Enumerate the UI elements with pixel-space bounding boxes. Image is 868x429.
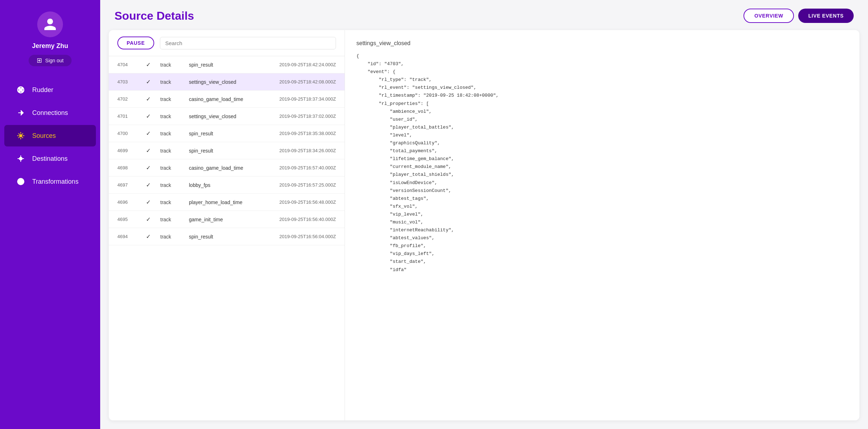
event-check: ✓ <box>146 164 160 171</box>
page-title: Source Details <box>114 9 194 23</box>
event-check: ✓ <box>146 96 160 102</box>
json-panel: settings_view_closed { "id": "4703", "ev… <box>345 30 859 420</box>
event-time: 2019-09-25T18:34:26.000Z <box>260 148 336 153</box>
sidebar-item-sources-label: Sources <box>32 132 56 140</box>
event-time: 2019-09-25T16:57:25.000Z <box>260 182 336 188</box>
table-row[interactable]: 4703✓tracksettings_view_closed2019-09-25… <box>109 73 345 91</box>
event-name: spin_result <box>189 234 260 240</box>
sidebar-item-destinations-label: Destinations <box>32 155 68 163</box>
event-name: spin_result <box>189 62 260 68</box>
event-type: track <box>160 79 189 85</box>
event-id: 4699 <box>117 148 146 153</box>
event-check: ✓ <box>146 182 160 188</box>
table-row[interactable]: 4699✓trackspin_result2019-09-25T18:34:26… <box>109 142 345 159</box>
event-check: ✓ <box>146 61 160 68</box>
table-row[interactable]: 4698✓trackcasino_game_load_time2019-09-2… <box>109 159 345 177</box>
signout-label: Sign out <box>45 58 63 63</box>
event-check: ✓ <box>146 78 160 85</box>
event-id: 4694 <box>117 234 146 239</box>
sidebar: Jeremy Zhu Sign out Rudder <box>0 0 100 429</box>
pause-button[interactable]: PAUSE <box>117 37 154 49</box>
event-type: track <box>160 234 189 240</box>
live-events-button[interactable]: LIVE EVENTS <box>798 9 854 23</box>
event-id: 4698 <box>117 165 146 170</box>
signout-icon <box>36 58 42 63</box>
event-type: track <box>160 96 189 102</box>
event-check: ✓ <box>146 233 160 240</box>
event-id: 4703 <box>117 79 146 85</box>
event-id: 4700 <box>117 131 146 136</box>
sidebar-item-connections-label: Connections <box>32 109 68 117</box>
event-check: ✓ <box>146 199 160 206</box>
event-type: track <box>160 182 189 188</box>
svg-point-4 <box>19 157 22 160</box>
event-name: settings_view_closed <box>189 114 260 119</box>
sidebar-item-transformations-label: Transformations <box>32 178 78 185</box>
header: Source Details OVERVIEW LIVE EVENTS <box>100 0 868 30</box>
event-id: 4697 <box>117 182 146 188</box>
event-time: 2019-09-25T16:57:40.000Z <box>260 165 336 170</box>
event-name: game_init_time <box>189 217 260 222</box>
table-row[interactable]: 4696✓trackplayer_home_load_time2019-09-2… <box>109 194 345 211</box>
event-id: 4702 <box>117 96 146 102</box>
search-input[interactable] <box>160 37 336 49</box>
content-area: PAUSE 4704✓trackspin_result2019-09-25T18… <box>109 30 859 420</box>
table-row[interactable]: 4702✓trackcasino_game_load_time2019-09-2… <box>109 91 345 108</box>
event-type: track <box>160 199 189 205</box>
table-row[interactable]: 4704✓trackspin_result2019-09-25T18:42:24… <box>109 56 345 73</box>
connections-icon <box>16 108 26 118</box>
events-panel: PAUSE 4704✓trackspin_result2019-09-25T18… <box>109 30 345 420</box>
event-name: spin_result <box>189 148 260 154</box>
signout-button[interactable]: Sign out <box>29 55 71 66</box>
event-time: 2019-09-25T18:42:08.000Z <box>260 79 336 85</box>
sources-icon <box>16 131 26 141</box>
event-name: settings_view_closed <box>189 79 260 85</box>
header-buttons: OVERVIEW LIVE EVENTS <box>743 9 854 23</box>
event-type: track <box>160 62 189 68</box>
sidebar-item-rudder-label: Rudder <box>32 86 53 94</box>
rudder-icon <box>16 85 26 95</box>
sidebar-item-rudder[interactable]: Rudder <box>4 79 96 101</box>
event-name: lobby_fps <box>189 182 260 188</box>
event-type: track <box>160 131 189 136</box>
event-id: 4695 <box>117 217 146 222</box>
event-time: 2019-09-25T16:56:04.000Z <box>260 234 336 239</box>
event-type: track <box>160 148 189 154</box>
overview-button[interactable]: OVERVIEW <box>743 9 794 23</box>
event-time: 2019-09-25T16:56:40.000Z <box>260 217 336 222</box>
event-type: track <box>160 165 189 171</box>
event-check: ✓ <box>146 147 160 154</box>
event-check: ✓ <box>146 130 160 137</box>
event-time: 2019-09-25T18:37:34.000Z <box>260 96 336 102</box>
sidebar-item-sources[interactable]: Sources <box>4 125 96 146</box>
table-row[interactable]: 4697✓tracklobby_fps2019-09-25T16:57:25.0… <box>109 177 345 194</box>
username: Jeremy Zhu <box>32 42 68 50</box>
event-name: player_home_load_time <box>189 199 260 205</box>
event-check: ✓ <box>146 216 160 223</box>
table-row[interactable]: 4700✓trackspin_result2019-09-25T18:35:38… <box>109 125 345 142</box>
sidebar-item-connections[interactable]: Connections <box>4 102 96 124</box>
event-type: track <box>160 217 189 222</box>
table-row[interactable]: 4694✓trackspin_result2019-09-25T16:56:04… <box>109 228 345 245</box>
event-check: ✓ <box>146 113 160 120</box>
event-time: 2019-09-25T18:42:24.000Z <box>260 62 336 67</box>
sidebar-item-destinations[interactable]: Destinations <box>4 148 96 169</box>
event-id: 4701 <box>117 114 146 119</box>
sidebar-item-transformations[interactable]: Transformations <box>4 171 96 192</box>
json-event-name: settings_view_closed <box>356 40 848 47</box>
table-row[interactable]: 4701✓tracksettings_view_closed2019-09-25… <box>109 108 345 125</box>
avatar <box>37 11 63 37</box>
svg-point-6 <box>20 180 22 183</box>
event-type: track <box>160 114 189 119</box>
events-table: 4704✓trackspin_result2019-09-25T18:42:24… <box>109 56 345 420</box>
event-name: casino_game_load_time <box>189 96 260 102</box>
event-time: 2019-09-25T18:37:02.000Z <box>260 114 336 119</box>
transformations-icon <box>16 177 26 187</box>
table-row[interactable]: 4695✓trackgame_init_time2019-09-25T16:56… <box>109 211 345 228</box>
event-time: 2019-09-25T18:35:38.000Z <box>260 131 336 136</box>
event-name: spin_result <box>189 131 260 136</box>
toolbar: PAUSE <box>109 30 345 56</box>
event-time: 2019-09-25T16:56:48.000Z <box>260 199 336 205</box>
event-id: 4696 <box>117 199 146 205</box>
svg-point-3 <box>19 134 22 137</box>
